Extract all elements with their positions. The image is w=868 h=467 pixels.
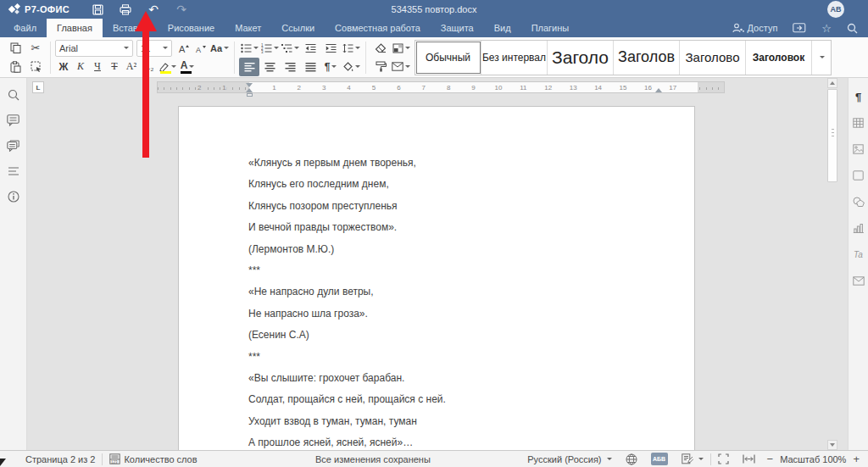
document-page[interactable]: «Клянусь я первым днем творенья,Клянусь …	[178, 106, 695, 450]
comments-panel-button[interactable]	[7, 114, 20, 127]
zoom-level-label[interactable]: Масштаб 100%	[780, 454, 846, 464]
zoom-out-button[interactable]: −	[767, 453, 774, 464]
fit-width-button[interactable]	[736, 451, 762, 467]
align-center-button[interactable]	[259, 58, 280, 76]
table-settings-button[interactable]	[852, 116, 865, 130]
font-name-select[interactable]: Arial	[55, 40, 133, 57]
share-access-button[interactable]: Доступ	[732, 23, 778, 33]
zoom-in-button[interactable]: +	[853, 453, 860, 464]
paragraph[interactable]: И вечной правды торжеством».	[248, 222, 643, 232]
highlight-color-button[interactable]	[157, 58, 177, 76]
undo-button[interactable]: ↶	[146, 2, 161, 17]
about-panel-button[interactable]	[7, 190, 20, 203]
paragraph-shading-button[interactable]	[341, 58, 361, 76]
paragraph[interactable]: Клянусь его последним днем,	[248, 179, 643, 189]
spell-check-button[interactable]: АБВ	[644, 451, 675, 467]
paragraph[interactable]: (Лермонтов М.Ю.)	[248, 244, 643, 254]
scroll-up-button[interactable]	[827, 78, 837, 88]
paragraph[interactable]: А прошлое ясней, ясней, ясней»…	[248, 437, 643, 448]
page-number-indicator[interactable]: Страница 2 из 2	[0, 451, 102, 467]
favorite-button[interactable]: ☆	[821, 22, 832, 35]
decrease-font-size-button[interactable]: A	[192, 39, 209, 58]
tab-защита[interactable]: Защита	[431, 19, 484, 37]
right-indent-marker[interactable]	[655, 88, 662, 92]
increase-font-size-button[interactable]: A	[175, 39, 192, 58]
horizontal-ruler[interactable]: 121234567891011121314151617	[157, 81, 725, 93]
redo-button[interactable]: ↷	[174, 2, 189, 17]
tab-вид[interactable]: Вид	[484, 19, 521, 37]
fit-page-button[interactable]	[711, 451, 736, 467]
bold-button[interactable]: Ж	[55, 58, 72, 76]
cut-button[interactable]: ✂	[25, 39, 46, 58]
decrease-indent-button[interactable]	[300, 39, 320, 58]
paragraph-settings-button[interactable]: ¶	[852, 90, 865, 103]
paragraph[interactable]: ***	[248, 265, 643, 275]
tab-плагины[interactable]: Плагины	[521, 19, 580, 37]
paragraph[interactable]: «Не напрасно дули ветры,	[248, 286, 643, 297]
copy-button[interactable]	[5, 39, 25, 58]
change-case-button[interactable]: Aa	[209, 39, 230, 58]
scrollbar-thumb[interactable]	[827, 89, 837, 182]
mail-merge-button[interactable]	[391, 58, 411, 76]
word-count-button[interactable]: 123 Количество слов	[103, 451, 203, 467]
shading-color-button[interactable]	[391, 39, 411, 58]
navigation-panel-button[interactable]	[7, 164, 20, 178]
tab-совместная-работа[interactable]: Совместная работа	[325, 19, 431, 37]
clear-style-button[interactable]	[370, 39, 391, 58]
text-art-settings-button[interactable]: Ta	[852, 247, 865, 261]
align-left-button[interactable]	[239, 58, 259, 76]
paragraph[interactable]: Клянусь позором преступленья	[248, 201, 643, 211]
chat-panel-button[interactable]	[7, 139, 20, 153]
print-button[interactable]	[118, 2, 133, 17]
style-preview[interactable]: Без интервал	[481, 41, 548, 75]
increase-indent-button[interactable]	[320, 39, 341, 58]
tab-рисование[interactable]: Рисование	[158, 19, 225, 37]
subscript-button[interactable]: A₂	[140, 58, 157, 76]
style-preview[interactable]: Заголовок	[746, 41, 812, 75]
align-right-button[interactable]	[280, 58, 300, 76]
paste-button[interactable]	[5, 58, 25, 76]
bullet-list-button[interactable]	[239, 39, 259, 58]
tab-главная[interactable]: Главная	[47, 19, 103, 37]
scroll-down-button[interactable]	[827, 440, 837, 450]
font-size-select[interactable]: 11	[136, 40, 172, 57]
language-selector[interactable]: Русский (Россия)	[520, 451, 618, 467]
tab-ссылки[interactable]: Ссылки	[271, 19, 325, 37]
select-all-button[interactable]	[25, 58, 46, 76]
superscript-button[interactable]: A²	[123, 58, 140, 76]
user-avatar[interactable]: AB	[827, 1, 844, 18]
paragraph[interactable]: ***	[248, 352, 643, 362]
chart-settings-button[interactable]	[852, 221, 865, 235]
paragraph[interactable]: «Клянусь я первым днем творенья,	[248, 158, 643, 168]
style-preview[interactable]: Заголо	[548, 41, 614, 75]
vertical-scrollbar[interactable]	[827, 78, 837, 450]
first-line-indent-marker[interactable]	[246, 83, 253, 87]
numbered-list-button[interactable]: 123	[259, 39, 280, 58]
save-button[interactable]	[90, 2, 105, 17]
style-preview[interactable]: Заголов	[614, 41, 680, 75]
tab-вставка[interactable]: Вставка	[103, 19, 158, 37]
open-file-location-button[interactable]	[793, 23, 806, 33]
line-spacing-button[interactable]	[341, 39, 361, 58]
style-preview[interactable]: Обычный	[415, 41, 481, 75]
paragraph[interactable]: Солдат, прощайся с ней, прощайся с ней.	[248, 394, 643, 404]
search-button[interactable]	[847, 23, 858, 34]
tab-макет[interactable]: Макет	[225, 19, 271, 37]
document-language-button[interactable]	[619, 451, 644, 467]
tab-файл[interactable]: Файл	[3, 19, 47, 37]
style-preview[interactable]: Заголово	[680, 41, 746, 75]
multilevel-list-button[interactable]	[280, 39, 300, 58]
nonprinting-characters-button[interactable]: ¶	[320, 58, 341, 76]
paragraph[interactable]: Уходит взвод в туман, туман, туман	[248, 416, 643, 426]
shape-settings-button[interactable]	[852, 195, 865, 208]
underline-button[interactable]: Ч	[89, 58, 106, 76]
search-panel-button[interactable]	[7, 88, 20, 102]
align-justify-button[interactable]	[300, 58, 320, 76]
mail-merge-settings-button[interactable]	[852, 274, 865, 287]
italic-button[interactable]: К	[72, 58, 89, 76]
header-footer-settings-button[interactable]	[852, 169, 865, 182]
tab-stop-selector[interactable]: L	[32, 81, 44, 93]
hanging-indent-marker[interactable]	[246, 88, 253, 92]
copy-style-button[interactable]	[370, 58, 391, 76]
left-indent-marker[interactable]	[247, 93, 253, 97]
